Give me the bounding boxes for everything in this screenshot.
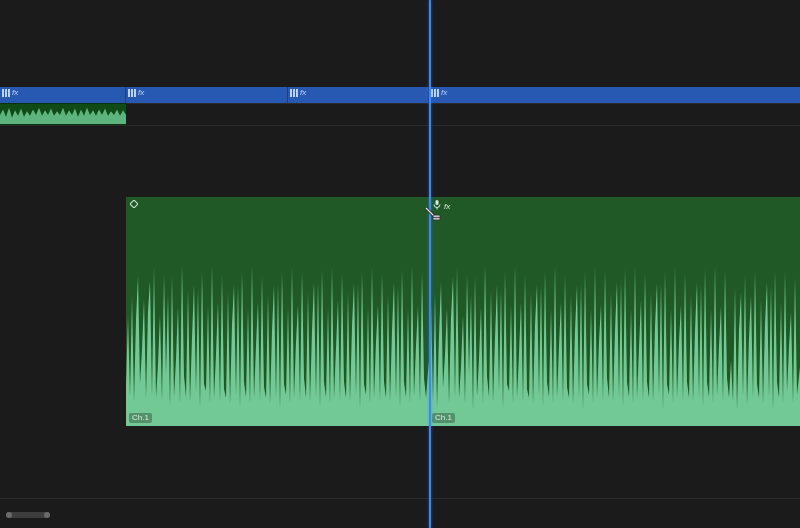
fx-icon: fx xyxy=(12,89,18,97)
svg-rect-7 xyxy=(293,89,295,97)
fx-icon: fx xyxy=(138,89,144,97)
video-clip[interactable]: fx xyxy=(288,87,429,103)
svg-rect-5 xyxy=(134,89,136,97)
scrollbar-handle-right[interactable] xyxy=(44,512,50,518)
fx-icon: fx xyxy=(441,89,447,97)
svg-rect-9 xyxy=(431,89,433,97)
bars-icon xyxy=(290,89,298,97)
svg-rect-17 xyxy=(436,200,439,205)
keyframe-diamond-icon xyxy=(130,200,138,210)
video-clip[interactable]: fx xyxy=(126,87,288,103)
svg-rect-4 xyxy=(131,89,133,97)
svg-marker-16 xyxy=(429,265,800,426)
svg-rect-1 xyxy=(5,89,7,97)
video-clip[interactable]: fx xyxy=(429,87,800,103)
svg-rect-15 xyxy=(130,200,138,208)
svg-marker-14 xyxy=(126,265,429,426)
fx-icon: fx xyxy=(444,202,450,211)
svg-rect-10 xyxy=(434,89,436,97)
mic-icon xyxy=(433,200,441,212)
audio-clip-residual[interactable] xyxy=(0,103,126,125)
svg-rect-11 xyxy=(437,89,439,97)
bars-icon xyxy=(431,89,439,97)
audio-track[interactable]: Ch.1 fx Ch.1 xyxy=(126,197,800,426)
svg-rect-8 xyxy=(296,89,298,97)
svg-rect-2 xyxy=(8,89,10,97)
waveform xyxy=(429,197,800,426)
audio-clip[interactable]: fx Ch.1 xyxy=(429,197,800,426)
timeline-horizontal-scrollbar[interactable] xyxy=(6,512,50,518)
video-track[interactable]: fx fx fx fx xyxy=(0,87,800,103)
audio-clip[interactable]: Ch.1 xyxy=(126,197,429,426)
fx-icon: fx xyxy=(300,89,306,97)
scrollbar-handle-left[interactable] xyxy=(6,512,12,518)
bars-icon xyxy=(2,89,10,97)
video-clip[interactable]: fx xyxy=(0,87,126,103)
svg-rect-0 xyxy=(2,89,4,97)
bars-icon xyxy=(128,89,136,97)
track-divider xyxy=(0,498,800,499)
track-divider xyxy=(0,125,800,126)
channel-label: Ch.1 xyxy=(432,413,455,423)
waveform xyxy=(126,197,429,426)
svg-rect-3 xyxy=(128,89,130,97)
channel-label: Ch.1 xyxy=(129,413,152,423)
svg-rect-6 xyxy=(290,89,292,97)
